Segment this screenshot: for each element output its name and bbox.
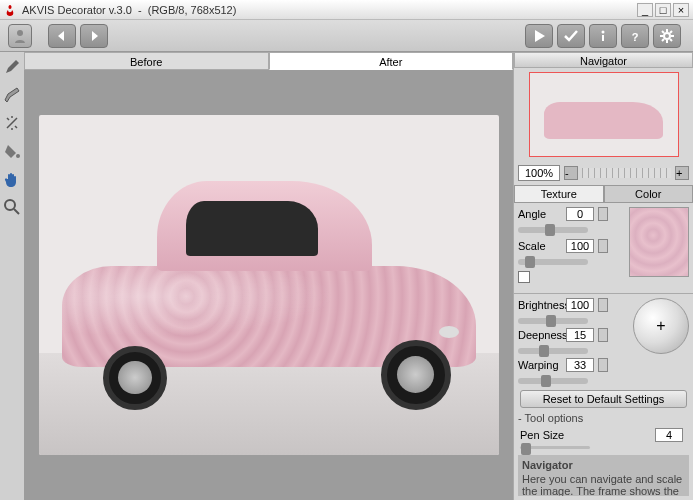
brightness-input[interactable]	[566, 298, 594, 312]
close-button[interactable]: ×	[673, 3, 689, 17]
back-button[interactable]	[48, 24, 76, 48]
brush-tool[interactable]	[3, 58, 21, 76]
help-panel: Navigator Here you can navigate and scal…	[518, 455, 689, 496]
pensize-slider[interactable]	[520, 446, 590, 449]
arrow-right-icon	[86, 28, 102, 44]
svg-point-1	[602, 30, 605, 33]
warping-stepper[interactable]	[598, 358, 608, 372]
help-button[interactable]: ?	[621, 24, 649, 48]
hand-tool[interactable]	[3, 170, 21, 188]
brightness-stepper[interactable]	[598, 298, 608, 312]
tools-sidebar	[0, 52, 24, 500]
scale-stepper[interactable]	[598, 239, 608, 253]
arrow-left-icon	[54, 28, 70, 44]
zoom-plus-button[interactable]: +	[675, 166, 689, 180]
bucket-tool[interactable]	[3, 142, 21, 160]
run-button[interactable]	[525, 24, 553, 48]
tool-options-header: - Tool options	[514, 410, 693, 426]
svg-point-0	[17, 30, 23, 36]
svg-point-5	[16, 154, 20, 158]
svg-text:?: ?	[632, 31, 639, 43]
scale-label: Scale	[518, 240, 562, 252]
image-canvas[interactable]	[24, 70, 513, 500]
warping-label: Warping	[518, 359, 562, 371]
tab-before[interactable]: Before	[24, 52, 269, 70]
deepness-stepper[interactable]	[598, 328, 608, 342]
angle-input[interactable]	[566, 207, 594, 221]
app-icon	[4, 4, 16, 16]
zoom-minus-button[interactable]: -	[564, 166, 578, 180]
info-button[interactable]	[589, 24, 617, 48]
svg-rect-2	[602, 35, 604, 41]
angle-label: Angle	[518, 208, 562, 220]
check-icon	[563, 28, 579, 44]
brightness-slider[interactable]	[518, 318, 588, 324]
svg-point-4	[664, 33, 670, 39]
texture-swatch[interactable]	[629, 207, 689, 277]
deepness-input[interactable]	[566, 328, 594, 342]
scale-slider[interactable]	[518, 259, 588, 265]
maximize-button[interactable]: □	[655, 3, 671, 17]
right-panel: Navigator - + Texture Color Angle	[513, 52, 693, 500]
warping-input[interactable]	[566, 358, 594, 372]
navigator-thumbnail[interactable]	[529, 72, 679, 157]
settings-button[interactable]	[653, 24, 681, 48]
svg-point-6	[5, 200, 15, 210]
light-direction-ball[interactable]: +	[633, 298, 689, 354]
canvas-tabs: Before After	[24, 52, 513, 70]
eraser-tool[interactable]	[3, 86, 21, 104]
reset-button[interactable]: Reset to Default Settings	[520, 390, 687, 408]
angle-stepper[interactable]	[598, 207, 608, 221]
pensize-label: Pen Size	[520, 429, 564, 441]
warping-slider[interactable]	[518, 378, 588, 384]
working-image	[39, 115, 499, 455]
presets-button[interactable]	[8, 24, 32, 48]
tab-color[interactable]: Color	[604, 185, 694, 203]
info-icon	[595, 28, 611, 44]
zoom-input[interactable]	[518, 165, 560, 181]
tab-after[interactable]: After	[269, 52, 514, 70]
forward-button[interactable]	[80, 24, 108, 48]
deepness-slider[interactable]	[518, 348, 588, 354]
angle-slider[interactable]	[518, 227, 588, 233]
window-title: AKVIS Decorator v.3.0 - (RGB/8, 768x512)	[22, 4, 637, 16]
play-icon	[531, 28, 547, 44]
wand-tool[interactable]	[3, 114, 21, 132]
deepness-label: Deepness	[518, 329, 562, 341]
main-toolbar: ?	[0, 20, 693, 52]
minimize-button[interactable]: _	[637, 3, 653, 17]
zoom-tool[interactable]	[3, 198, 21, 216]
brightness-label: Brightness	[518, 299, 562, 311]
gear-icon	[659, 28, 675, 44]
scale-input[interactable]	[566, 239, 594, 253]
zoom-slider[interactable]	[582, 168, 671, 178]
navigator-header: Navigator	[514, 52, 693, 68]
titlebar: AKVIS Decorator v.3.0 - (RGB/8, 768x512)…	[0, 0, 693, 20]
pensize-input[interactable]	[655, 428, 683, 442]
apply-button[interactable]	[557, 24, 585, 48]
tab-texture[interactable]: Texture	[514, 185, 604, 203]
preserve-checkbox[interactable]	[518, 271, 530, 283]
question-icon: ?	[627, 28, 643, 44]
